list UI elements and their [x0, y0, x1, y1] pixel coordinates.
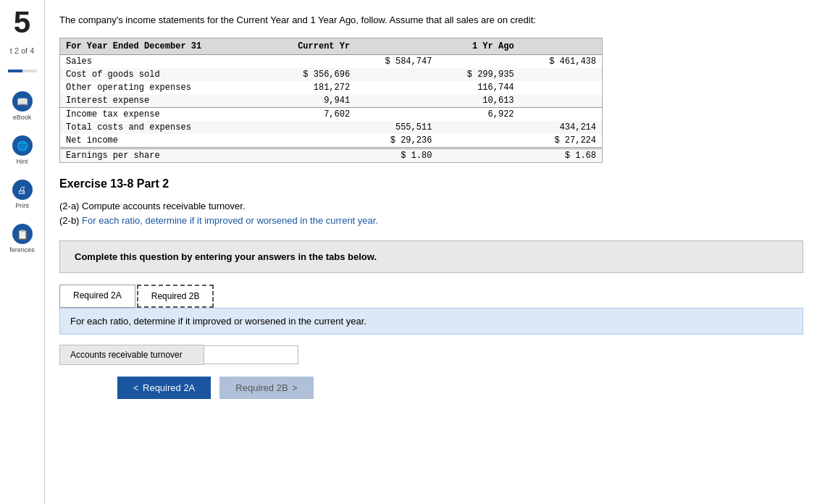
row-label-interest: Interest expense [60, 94, 267, 108]
total-ago1 [437, 121, 519, 134]
cogs-cy2 [356, 68, 437, 81]
sales-cy2: $ 584,747 [356, 54, 437, 68]
tax-ago1: 6,922 [437, 107, 519, 121]
row-label-netincome: Net income [60, 134, 267, 148]
col-header-label: For Year Ended December 31 [60, 38, 267, 54]
eps-cy1 [267, 148, 356, 162]
eps-ago2: $ 1.68 [520, 148, 603, 162]
cogs-ago1: $ 299,935 [437, 68, 519, 81]
ratio-instruction-text: For each ratio, determine if it improved… [70, 316, 367, 327]
tabs-container: Required 2A Required 2B [59, 285, 803, 308]
sales-ago2: $ 461,438 [520, 54, 603, 68]
instruction-2b-prefix: (2-b) [59, 215, 82, 226]
interest-cy1: 9,941 [267, 94, 356, 108]
prev-button-label: Required 2A [143, 382, 195, 393]
financial-table: For Year Ended December 31 Current Yr 1 … [59, 38, 603, 163]
progress-bar [8, 70, 37, 72]
tax-ago2 [520, 107, 603, 121]
sidebar-item-ebook[interactable]: 📖 eBook [12, 91, 33, 121]
input-label: Accounts receivable turnover [59, 345, 204, 365]
sidebar-item-references[interactable]: 📋 ferences [9, 224, 35, 253]
tab-required-2a[interactable]: Required 2A [59, 285, 135, 308]
row-label-cogs: Cost of goods sold [60, 68, 267, 81]
hint-icon: 🌐 [12, 135, 33, 156]
row-label-sales: Sales [60, 54, 267, 68]
row-label-total: Total costs and expenses [60, 121, 267, 134]
tab-required-2b[interactable]: Required 2B [137, 285, 214, 308]
complete-box-text: Complete this question by entering your … [75, 251, 377, 262]
exercise-title: Exercise 13-8 Part 2 [59, 177, 803, 190]
page-indicator: t 2 of 4 [10, 46, 35, 55]
total-ago2: 434,214 [520, 121, 603, 134]
exercise-instructions: (2-a) Compute accounts receivable turnov… [59, 199, 803, 230]
hint-label: Hint [16, 158, 28, 165]
table-row: Other operating expenses 181,272 116,744 [60, 81, 603, 94]
cogs-cy1: $ 356,696 [267, 68, 356, 81]
complete-box: Complete this question by entering your … [59, 240, 803, 273]
netincome-ago1 [437, 134, 519, 148]
opex-ago2 [520, 81, 603, 94]
input-row: Accounts receivable turnover [59, 345, 803, 365]
sales-ago1 [437, 54, 519, 68]
instruction-2b: (2-b) For each ratio, determine if it im… [59, 214, 803, 229]
instruction-2a: (2-a) Compute accounts receivable turnov… [59, 199, 803, 214]
intro-text: The company's income statements for the … [59, 13, 803, 28]
ratio-instruction: For each ratio, determine if it improved… [59, 308, 803, 335]
nav-buttons: < Required 2A Required 2B > [59, 377, 803, 399]
tab-2b-label: Required 2B [151, 291, 200, 301]
next-chevron: > [293, 383, 298, 393]
sales-cy1 [267, 54, 356, 68]
table-row: Net income $ 29,236 $ 27,224 [60, 134, 603, 148]
netincome-cy1 [267, 134, 356, 148]
row-label-tax: Income tax expense [60, 107, 267, 121]
references-label: ferences [9, 246, 35, 253]
table-row: Total costs and expenses 555,511 434,214 [60, 121, 603, 134]
col-header-ago2 [520, 38, 603, 54]
table-row: Sales $ 584,747 $ 461,438 [60, 54, 603, 68]
print-icon: 🖨 [12, 180, 33, 200]
interest-ago1: 10,613 [437, 94, 519, 108]
col-header-current2 [356, 38, 437, 54]
tax-cy2 [356, 107, 437, 121]
table-row: Interest expense 9,941 10,613 [60, 94, 603, 108]
col-header-ago1: 1 Yr Ago [437, 38, 519, 54]
instruction-2b-text: For each ratio, determine if it improved… [82, 215, 378, 226]
table-row: Earnings per share $ 1.80 $ 1.68 [60, 148, 603, 162]
cogs-ago2 [520, 68, 603, 81]
sidebar-item-hint[interactable]: 🌐 Hint [12, 135, 33, 165]
opex-cy1: 181,272 [267, 81, 356, 94]
ebook-icon: 📖 [12, 91, 33, 112]
print-label: Print [15, 202, 29, 209]
interest-cy2 [356, 94, 437, 108]
netincome-cy2: $ 29,236 [356, 134, 437, 148]
total-cy1 [267, 121, 356, 134]
sidebar-item-print[interactable]: 🖨 Print [12, 180, 33, 209]
ebook-label: eBook [13, 114, 32, 121]
total-cy2: 555,511 [356, 121, 437, 134]
sidebar: 5 t 2 of 4 📖 eBook 🌐 Hint 🖨 Print 📋 fere… [0, 0, 45, 504]
references-icon: 📋 [12, 224, 33, 244]
next-button-label: Required 2B [235, 382, 288, 393]
row-label-eps: Earnings per share [60, 148, 267, 162]
main-content: The company's income statements for the … [45, 0, 825, 504]
netincome-ago2: $ 27,224 [520, 134, 603, 148]
sidebar-icons: 📖 eBook 🌐 Hint 🖨 Print 📋 ferences [9, 91, 35, 253]
opex-cy2 [356, 81, 437, 94]
opex-ago1: 116,744 [437, 81, 519, 94]
col-header-current1: Current Yr [267, 38, 356, 54]
interest-ago2 [520, 94, 603, 108]
prev-button[interactable]: < Required 2A [117, 377, 211, 399]
row-label-opex: Other operating expenses [60, 81, 267, 94]
tax-cy1: 7,602 [267, 107, 356, 121]
next-button[interactable]: Required 2B > [219, 377, 313, 399]
table-row: Cost of goods sold $ 356,696 $ 299,935 [60, 68, 603, 81]
eps-cy2: $ 1.80 [356, 148, 437, 162]
accounts-receivable-turnover-input[interactable] [204, 345, 298, 364]
table-row: Income tax expense 7,602 6,922 [60, 107, 603, 121]
tab-2a-label: Required 2A [73, 290, 122, 301]
eps-ago1 [437, 148, 519, 162]
page-number: 5 [14, 7, 30, 38]
prev-chevron: < [133, 383, 138, 393]
progress-bar-fill [8, 70, 22, 72]
